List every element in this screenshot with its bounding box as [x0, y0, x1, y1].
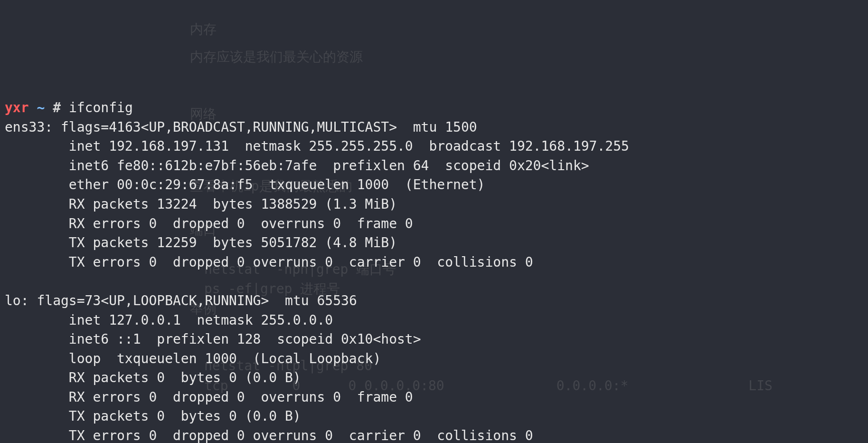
prompt-symbol: #	[53, 100, 61, 116]
iface-ens33-line: RX errors 0 dropped 0 overruns 0 frame 0	[5, 216, 413, 231]
iface-ens33-line: inet6 fe80::612b:e7bf:56eb:7afe prefixle…	[5, 158, 589, 173]
prompt-user: yxr	[5, 100, 29, 116]
iface-ens33-line: TX packets 12259 bytes 5051782 (4.8 MiB)	[5, 235, 397, 250]
iface-lo-line: inet 127.0.0.1 netmask 255.0.0.0	[5, 312, 333, 328]
terminal-output: yxr ~ # ifconfig ens33: flags=4163<UP,BR…	[5, 79, 863, 443]
iface-ens33-line: RX packets 13224 bytes 1388529 (1.3 MiB)	[5, 196, 397, 212]
iface-ens33-header: ens33: flags=4163<UP,BROADCAST,RUNNING,M…	[5, 119, 477, 135]
iface-lo-line: RX errors 0 dropped 0 overruns 0 frame 0	[5, 389, 413, 405]
iface-lo-line: TX errors 0 dropped 0 overruns 0 carrier…	[5, 428, 533, 443]
ghost-text: 内存应该是我们最关心的资源	[190, 48, 363, 67]
iface-lo-line: TX packets 0 bytes 0 (0.0 B)	[5, 408, 301, 424]
iface-ens33-line: inet 192.168.197.131 netmask 255.255.255…	[5, 138, 629, 154]
command-text: ifconfig	[69, 100, 133, 116]
iface-lo-header: lo: flags=73<UP,LOOPBACK,RUNNING> mtu 65…	[5, 293, 357, 308]
iface-lo-line: inet6 ::1 prefixlen 128 scopeid 0x10<hos…	[5, 331, 421, 347]
iface-ens33-line: ether 00:0c:29:67:8a:f5 txqueuelen 1000 …	[5, 177, 485, 193]
iface-ens33-line: TX errors 0 dropped 0 overruns 0 carrier…	[5, 254, 533, 270]
prompt-dir: ~	[37, 100, 45, 116]
ghost-text: 内存	[190, 20, 217, 39]
iface-lo-line: RX packets 0 bytes 0 (0.0 B)	[5, 370, 301, 385]
iface-lo-line: loop txqueuelen 1000 (Local Loopback)	[5, 351, 381, 366]
